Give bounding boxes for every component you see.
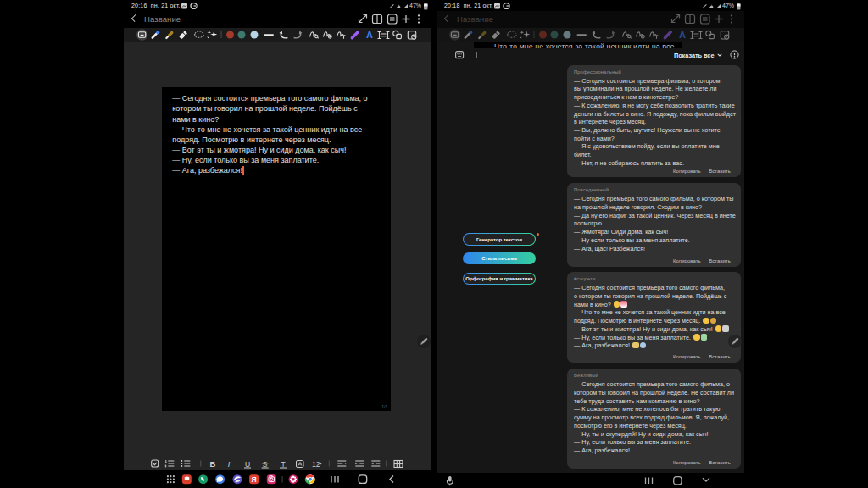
svg-text:U: U xyxy=(245,460,250,469)
svg-text:Я: Я xyxy=(252,475,257,484)
svg-text:12: 12 xyxy=(312,460,320,469)
svg-text:B: B xyxy=(210,459,216,469)
svg-text:T: T xyxy=(281,460,285,469)
svg-text:I: I xyxy=(228,460,231,469)
svg-text:A: A xyxy=(366,30,373,40)
svg-text:A: A xyxy=(679,30,686,40)
svg-text:S: S xyxy=(263,460,268,469)
